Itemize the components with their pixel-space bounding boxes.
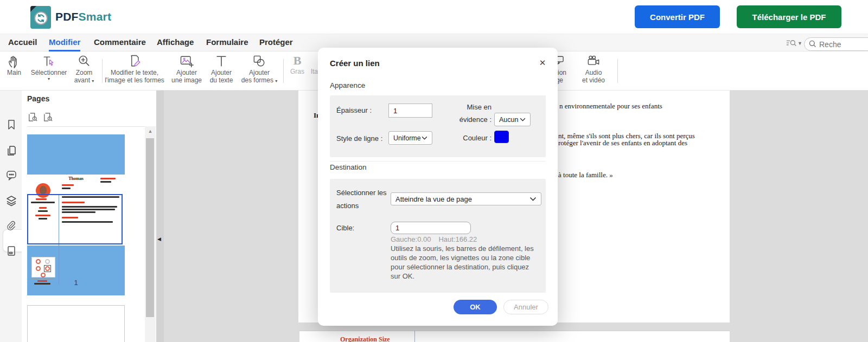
- shrink-thumbnails-button[interactable]: [28, 112, 38, 122]
- attachments-panel-button[interactable]: [5, 220, 18, 233]
- destination-box: Sélectionner les actions Atteindre la vu…: [330, 179, 546, 293]
- tab-formulaire[interactable]: Formulaire: [206, 34, 248, 51]
- scrollbar-thumb[interactable]: [146, 138, 154, 317]
- paperclip-icon: [5, 220, 18, 233]
- edit-page-icon: [127, 54, 142, 69]
- panel-resize-gutter[interactable]: ◀: [156, 91, 164, 342]
- line-style-label: Style de ligne :: [336, 134, 382, 143]
- select-actions-label-1: Sélectionner les: [336, 189, 387, 197]
- dialog-title: Créer un lien: [330, 59, 380, 68]
- comment-icon: [5, 169, 18, 182]
- bookmarks-panel-button[interactable]: [5, 118, 18, 131]
- create-link-dialog: Créer un lien ✕ Apparence Épaisseur : Mi…: [318, 48, 558, 326]
- doc-text-fragment: n environnementale pour ses enfants: [559, 102, 662, 111]
- page-zoom-in-icon: [43, 112, 53, 122]
- search-icon: [808, 40, 817, 48]
- bold-button[interactable]: B Gras: [286, 54, 308, 75]
- bold-icon: B: [293, 54, 302, 68]
- tab-affichage[interactable]: Affichage: [157, 34, 194, 51]
- chevron-down-icon: [422, 136, 427, 140]
- bookmark-icon: [5, 118, 18, 131]
- collapse-panel-arrow[interactable]: ◀: [157, 236, 163, 242]
- select-actions-label-2: actions: [336, 202, 359, 210]
- add-text-button[interactable]: Ajouter du texte: [207, 54, 235, 84]
- destination-section-label: Destination: [330, 163, 367, 171]
- tab-proteger[interactable]: Protéger: [259, 34, 293, 51]
- zoom-in-tool-button[interactable]: Zoom avant ▾: [69, 54, 99, 85]
- line-style-select[interactable]: Uniforme: [388, 131, 432, 145]
- color-label: Couleur :: [444, 134, 492, 142]
- comments-panel-button[interactable]: [5, 169, 18, 182]
- destination-help-text: Utilisez la souris, les barres de défile…: [391, 244, 535, 281]
- section-separator: [330, 161, 546, 162]
- left-rail: [0, 91, 22, 342]
- appearance-section-label: Apparence: [330, 81, 365, 89]
- add-image-button[interactable]: Ajouter une image: [167, 54, 206, 84]
- toolbar-divider: [102, 59, 103, 83]
- add-shapes-button[interactable]: Ajouter des formes ▾: [238, 54, 281, 85]
- pages-icon: [5, 144, 18, 157]
- hand-icon: [7, 54, 22, 69]
- add-image-icon: [178, 54, 195, 69]
- scroll-up-arrow[interactable]: ▲: [145, 127, 156, 135]
- audio-video-button[interactable]: Audio et vidéo: [577, 54, 610, 84]
- fields-panel-button[interactable]: [5, 244, 18, 257]
- toolbar-divider: [617, 59, 618, 83]
- page2-table-border: [414, 331, 415, 342]
- select-caret-icon: ▾: [48, 76, 50, 81]
- shapes-icon: [252, 54, 267, 69]
- hand-tool-button[interactable]: Main: [2, 54, 26, 76]
- text-select-cursor-icon: [41, 54, 56, 69]
- thumb1-page-number: 1: [27, 279, 125, 287]
- page-zoom-out-icon: [28, 112, 38, 122]
- doc-text-fragment: à toute la famille. »: [558, 171, 613, 179]
- target-coordinates: Gauche:0.00Haut:166.22: [391, 235, 484, 243]
- select-tool-button[interactable]: Sélectionner ▾: [28, 54, 69, 81]
- pages-panel-title: Pages: [27, 94, 49, 103]
- advanced-search-icon[interactable]: ▼: [786, 37, 802, 49]
- page2-heading: Organization Size: [340, 335, 390, 342]
- video-camera-icon: [585, 54, 602, 69]
- panel-separator: [27, 126, 151, 127]
- convert-pdf-button[interactable]: Convertir PDF: [635, 5, 720, 28]
- thumb1-social-icons: [31, 257, 55, 278]
- search-caret-icon: ▼: [797, 41, 802, 46]
- close-icon[interactable]: ✕: [537, 57, 548, 69]
- appearance-box: Épaisseur : Mise en évidence : Aucun Sty…: [330, 95, 546, 157]
- thumbnail-scrollbar: ▲: [145, 126, 156, 342]
- app-header: PDFSmart Convertir PDF Télécharger le PD…: [0, 0, 868, 34]
- download-pdf-button[interactable]: Télécharger le PDF: [737, 5, 841, 28]
- page-thumbnail-2[interactable]: [27, 305, 125, 342]
- target-input[interactable]: [391, 222, 471, 234]
- layers-panel-button[interactable]: [5, 194, 18, 207]
- logo-fold-icon: [30, 6, 36, 12]
- shapes-caret-icon: ▾: [275, 79, 277, 83]
- layers-icon: [5, 194, 18, 207]
- page-thumbnail-1[interactable]: Thomas 1: [27, 134, 125, 295]
- toolbar-divider: [283, 59, 284, 83]
- chevron-down-icon: [529, 197, 537, 201]
- target-label: Cible:: [336, 224, 354, 232]
- highlight-label-1: Mise en: [444, 103, 492, 111]
- tab-commentaire[interactable]: Commentaire: [94, 34, 146, 51]
- pages-panel-button[interactable]: [5, 144, 18, 157]
- thickness-label: Épaisseur :: [336, 106, 372, 114]
- tab-modifier[interactable]: Modifier: [49, 34, 80, 51]
- link-color-swatch[interactable]: [494, 131, 509, 143]
- highlight-label-2: évidence :: [444, 115, 492, 124]
- logo-sync-icon: [34, 11, 48, 25]
- thumb1-selected-social: [44, 265, 51, 272]
- zoom-in-icon: [76, 54, 92, 69]
- thickness-input[interactable]: [388, 104, 432, 118]
- action-select[interactable]: Atteindre la vue de page: [391, 192, 541, 205]
- enlarge-thumbnails-button[interactable]: [43, 112, 53, 122]
- tab-accueil[interactable]: Accueil: [8, 34, 37, 51]
- text-icon: [214, 54, 229, 69]
- highlight-select[interactable]: Aucun: [494, 113, 531, 126]
- zoom-caret-icon: ▾: [92, 79, 94, 83]
- ok-button[interactable]: OK: [454, 300, 497, 314]
- link-target-selection-rect[interactable]: [27, 194, 123, 244]
- cancel-button[interactable]: Annuler: [503, 300, 548, 314]
- doc-text-fragment: rotéger l'avenir de ses enfants en adopt…: [558, 139, 687, 147]
- edit-content-button[interactable]: Modifier le texte, l'image et les formes: [106, 54, 163, 84]
